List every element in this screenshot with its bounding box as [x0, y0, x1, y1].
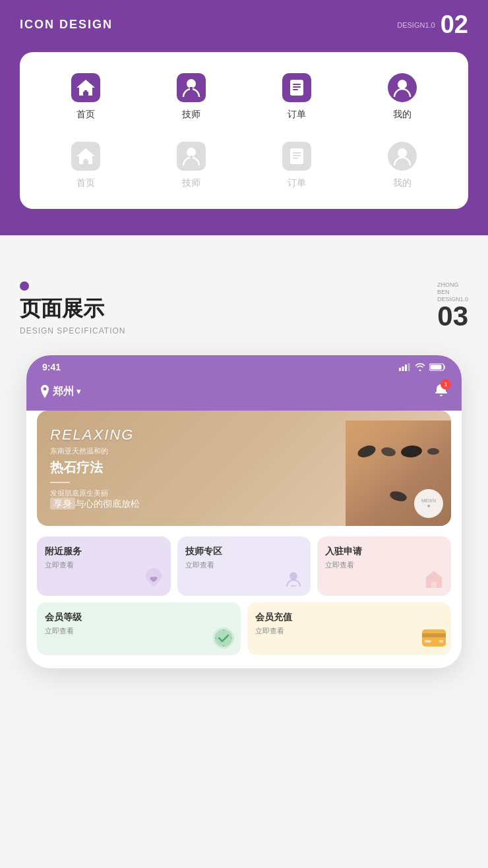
- banner-desc-lg: 享身与心的彻底放松: [50, 498, 438, 510]
- section-title-zh: 页面展示: [20, 295, 125, 324]
- icon-item-home-inactive: 首页: [59, 140, 112, 189]
- svg-rect-10: [293, 89, 298, 90]
- svg-point-25: [398, 148, 407, 158]
- order-icon-inactive: [281, 140, 313, 172]
- member-grid: 会员等级 立即查看 会员充值 立即查看: [26, 602, 462, 668]
- banner-divider: [50, 482, 70, 483]
- svg-rect-27: [402, 366, 404, 371]
- section-title: ICON DESIGN: [20, 18, 113, 32]
- banner-desc-sm: 发掘肌底原生美丽: [50, 488, 438, 498]
- svg-rect-28: [405, 364, 407, 371]
- svg-rect-31: [431, 365, 442, 370]
- city-name: 郑州: [53, 385, 74, 399]
- phone-mockup: 9:41: [26, 355, 462, 668]
- svg-rect-37: [422, 629, 446, 647]
- icon-item-home-active: 首页: [59, 72, 112, 121]
- active-icon-row: 首页 技师: [33, 72, 455, 121]
- home-icon-inactive: [70, 140, 102, 172]
- tech-icon-active: [175, 72, 207, 103]
- wifi-icon: [415, 363, 425, 371]
- dropdown-arrow: ▾: [76, 387, 80, 396]
- section-header: 页面展示 DESIGN SPECIFICATION ZHONGBENDESIGN…: [20, 281, 468, 335]
- icon-item-profile-active: 我的: [376, 72, 429, 121]
- profile-icon-active: [386, 72, 418, 103]
- banner-title-en: RELAXING: [50, 426, 438, 444]
- banner-content: RELAXING 东南亚天然温和的 热石疗法 发掘肌底原生美丽 享身与心的彻底放…: [50, 426, 438, 510]
- status-bar: 9:41: [26, 355, 462, 376]
- svg-rect-29: [408, 363, 410, 371]
- tech-icon-inactive: [175, 140, 207, 172]
- svg-rect-38: [422, 633, 446, 637]
- member-level-sub: 立即查看: [45, 626, 233, 636]
- status-icons: [399, 363, 446, 371]
- svg-rect-1: [83, 92, 88, 96]
- svg-rect-18: [190, 156, 193, 159]
- promo-banner[interactable]: RELAXING 东南亚天然温和的 热石疗法 发掘肌底原生美丽 享身与心的彻底放…: [37, 411, 451, 526]
- design-label: DESIGN1.0: [397, 21, 435, 29]
- join-service-icon: [422, 567, 446, 591]
- svg-rect-17: [187, 163, 195, 165]
- order-icon-active: [281, 72, 313, 103]
- nearby-service-title: 附近服务: [45, 546, 163, 558]
- svg-rect-23: [293, 158, 298, 159]
- section-number-label: ZHONGBENDESIGN1.0: [437, 281, 468, 303]
- member-level-icon: [212, 626, 235, 650]
- svg-rect-33: [291, 585, 296, 587]
- profile-icon-inactive: [386, 140, 418, 172]
- section-dot: [20, 281, 29, 291]
- svg-rect-14: [83, 160, 88, 164]
- signal-icon: [399, 363, 411, 371]
- svg-rect-21: [293, 152, 301, 154]
- icon-label-order-active: 订单: [288, 109, 306, 121]
- time-display: 9:41: [42, 362, 61, 372]
- design-number: 02: [441, 11, 468, 39]
- svg-rect-40: [439, 640, 443, 643]
- notification-bell[interactable]: 1: [434, 383, 448, 400]
- svg-rect-34: [431, 581, 437, 588]
- icon-showcase-card: 首页 技师: [20, 52, 468, 209]
- service-card-technician[interactable]: 技师专区 立即查看: [177, 536, 311, 596]
- phone-app-header: 郑州 ▾ 1: [26, 376, 462, 411]
- svg-point-32: [290, 572, 297, 580]
- section-number: 03: [437, 303, 468, 330]
- svg-rect-4: [187, 94, 195, 96]
- member-card-recharge[interactable]: 会员充值 立即查看: [247, 602, 451, 655]
- location-icon: [40, 385, 50, 398]
- service-card-nearby[interactable]: 附近服务 立即查看: [37, 536, 171, 596]
- join-service-title: 入驻申请: [325, 546, 443, 558]
- page-section: 页面展示 DESIGN SPECIFICATION ZHONGBENDESIGN…: [0, 248, 488, 688]
- icon-item-profile-inactive: 我的: [376, 140, 429, 189]
- section-title-block: 页面展示 DESIGN SPECIFICATION: [20, 281, 125, 335]
- svg-rect-26: [399, 368, 401, 371]
- member-card-level[interactable]: 会员等级 立即查看: [37, 602, 241, 655]
- banner-subtitle-small: 东南亚天然温和的: [50, 446, 438, 456]
- service-grid: 附近服务 立即查看 技师专区 立即查看: [26, 536, 462, 596]
- svg-rect-22: [293, 155, 301, 156]
- svg-rect-9: [293, 86, 301, 88]
- icon-label-profile-active: 我的: [393, 109, 412, 121]
- svg-point-12: [398, 80, 407, 89]
- icon-label-home-inactive: 首页: [76, 177, 95, 189]
- svg-rect-39: [425, 640, 431, 643]
- notification-badge: 1: [441, 379, 451, 390]
- member-level-title: 会员等级: [45, 612, 233, 623]
- banner-subtitle-large: 热石疗法: [50, 459, 438, 477]
- technician-service-icon: [282, 567, 305, 591]
- icon-label-home-active: 首页: [76, 109, 95, 121]
- icon-label-tech-active: 技师: [182, 109, 200, 121]
- technician-service-title: 技师专区: [185, 546, 303, 558]
- location-display[interactable]: 郑州 ▾: [40, 385, 80, 399]
- nearby-service-icon: [142, 567, 166, 591]
- member-recharge-title: 会员充值: [255, 612, 443, 623]
- svg-point-16: [187, 148, 196, 157]
- home-icon-active: [70, 72, 102, 103]
- icon-label-order-inactive: 订单: [288, 177, 306, 189]
- banner-desc-highlight: 享身: [50, 498, 75, 509]
- service-card-join[interactable]: 入驻申请 立即查看: [317, 536, 451, 596]
- battery-icon: [429, 363, 446, 371]
- icon-item-tech-inactive: 技师: [165, 140, 218, 189]
- icon-item-tech-active: 技师: [165, 72, 218, 121]
- section-number-block: ZHONGBENDESIGN1.0 03: [437, 281, 468, 330]
- svg-point-3: [187, 79, 196, 88]
- icon-item-order-inactive: 订单: [270, 140, 323, 189]
